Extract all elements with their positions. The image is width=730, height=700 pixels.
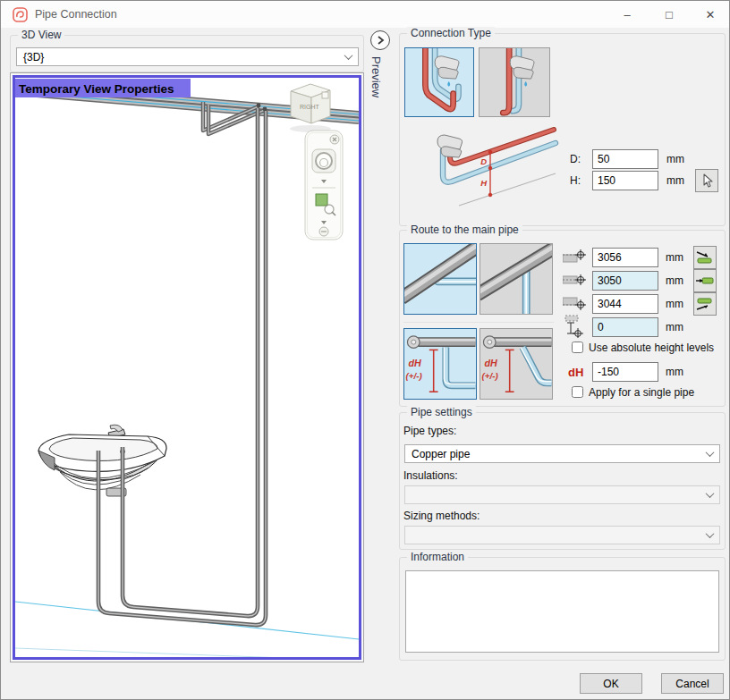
use-absolute-height-checkbox[interactable] <box>572 342 583 353</box>
minimize-icon: – <box>624 8 630 21</box>
preview-tab[interactable]: Preview <box>369 56 383 97</box>
align-top-icon <box>563 247 587 266</box>
temporary-view-border: RIGHT <box>13 75 361 660</box>
apply-single-pipe-label: Apply for a single pipe <box>589 386 694 399</box>
group-3d-view: 3D View {3D} <box>10 35 364 72</box>
group-connection-type-title: Connection Type <box>407 27 495 39</box>
water-drop-icon <box>447 81 450 87</box>
preview-frame: RIGHT <box>10 72 364 662</box>
ok-button[interactable]: OK <box>580 673 642 694</box>
offset-unit: mm <box>666 321 683 333</box>
navbar-collapse-icon[interactable] <box>319 227 328 236</box>
center-elevation-unit: mm <box>666 274 683 287</box>
sizing-methods-select[interactable] <box>404 526 720 544</box>
close-icon: ✕ <box>706 8 716 21</box>
connect-to-top-button[interactable] <box>693 246 717 269</box>
use-absolute-height-label: Use absolute height levels <box>589 342 714 354</box>
dh-input[interactable] <box>592 362 658 382</box>
bottom-elevation-input[interactable] <box>592 294 658 314</box>
pipe-types-select[interactable]: Copper pipe <box>404 444 720 463</box>
dh-dim-line <box>429 350 438 392</box>
insulations-select[interactable] <box>404 485 720 504</box>
viewcube[interactable]: RIGHT <box>290 84 331 132</box>
insulations-label: Insulations: <box>403 469 458 482</box>
navbar-close-icon[interactable] <box>330 135 339 144</box>
group-pipe-settings: Pipe settings Pipe types: Copper pipe In… <box>399 412 726 550</box>
route-vertical-connect-button[interactable] <box>480 243 553 315</box>
dh-diagram: D H <box>405 127 559 216</box>
pick-point-button[interactable] <box>695 169 718 192</box>
information-text[interactable] <box>405 570 719 653</box>
svg-text:(+/-): (+/-) <box>481 371 497 381</box>
group-3d-view-title: 3D View <box>18 29 64 41</box>
top-elevation-input[interactable] <box>592 248 658 267</box>
group-route-title: Route to the main pipe <box>407 223 522 236</box>
group-connection-type: Connection Type <box>399 33 726 226</box>
app-icon <box>13 7 28 22</box>
temporary-view-banner: Temporary View Properties <box>15 79 191 97</box>
sink <box>38 425 166 496</box>
close-button[interactable]: ✕ <box>694 3 726 26</box>
minimize-button[interactable]: – <box>611 3 643 26</box>
connection-loop-icon <box>405 48 473 116</box>
dimension-lines <box>488 150 492 197</box>
cursor-pick-icon <box>700 173 714 189</box>
connection-type-loop-button[interactable] <box>404 47 474 117</box>
dh-label: dH <box>568 366 583 379</box>
group-information: Information <box>399 557 726 661</box>
view-selector[interactable]: {3D} <box>16 47 359 66</box>
route-angled-icon <box>404 244 476 314</box>
dim-h-label: H <box>480 178 488 188</box>
chevron-down-icon <box>706 489 715 498</box>
center-elevation-input[interactable] <box>592 271 658 291</box>
h-unit: mm <box>666 174 684 187</box>
d-input[interactable] <box>592 149 658 169</box>
connection-type-straight-button[interactable] <box>479 47 550 117</box>
maximize-icon: □ <box>666 8 673 21</box>
title-bar: Pipe Connection – □ ✕ <box>1 1 729 28</box>
maximize-button[interactable]: □ <box>653 3 685 26</box>
h-label: H: <box>570 174 581 187</box>
connect-to-center-button[interactable] <box>693 269 717 292</box>
align-center-icon <box>563 270 587 290</box>
window-title: Pipe Connection <box>35 8 117 21</box>
route-divider <box>403 322 554 323</box>
connect-center-icon <box>696 273 714 289</box>
top-elevation-unit: mm <box>666 251 683 264</box>
chevron-down-icon <box>344 51 353 60</box>
align-bottom-icon <box>563 293 587 313</box>
route-dh-rightangle-icon: dH (+/-) <box>404 329 476 399</box>
chevron-down-icon <box>706 448 715 457</box>
apply-single-pipe-checkbox[interactable] <box>572 386 583 398</box>
view-selector-value: {3D} <box>23 51 44 63</box>
pipe-connection-dialog: Pipe Connection – □ ✕ 3D View {3D} <box>0 0 730 700</box>
steering-wheel-icon[interactable] <box>312 149 335 173</box>
cancel-button[interactable]: Cancel <box>661 673 724 694</box>
collapse-preview-button[interactable] <box>370 30 390 50</box>
route-vertical-icon <box>480 244 552 314</box>
bottom-elevation-unit: mm <box>666 298 683 310</box>
connect-top-icon <box>696 249 714 266</box>
route-dh-sloped-button[interactable]: dH (+/-) <box>480 328 553 400</box>
group-information-title: Information <box>407 551 468 563</box>
d-label: D: <box>570 153 581 165</box>
pipe-types-value: Copper pipe <box>412 448 470 460</box>
offset-input[interactable] <box>592 317 658 337</box>
group-pipe-settings-title: Pipe settings <box>407 406 476 418</box>
connection-straight-icon <box>480 48 549 116</box>
group-route: Route to the main pipe <box>399 230 726 407</box>
viewcube-label: RIGHT <box>300 104 320 110</box>
h-input[interactable] <box>592 171 658 190</box>
svg-text:dH: dH <box>484 358 497 368</box>
connect-to-bottom-button[interactable] <box>693 292 717 316</box>
depth-offset-icon <box>564 315 586 338</box>
pipe-types-label: Pipe types: <box>403 425 456 437</box>
route-angled-connect-button[interactable] <box>403 243 477 315</box>
connect-bottom-icon <box>696 296 714 312</box>
chevron-right-icon <box>376 35 385 46</box>
navigation-bar[interactable] <box>305 131 343 240</box>
drain-pipes <box>98 108 266 625</box>
sizing-methods-label: Sizing methods: <box>403 510 480 522</box>
route-dh-rightangle-button[interactable]: dH (+/-) <box>403 328 477 400</box>
preview-viewport[interactable]: RIGHT <box>15 78 359 657</box>
